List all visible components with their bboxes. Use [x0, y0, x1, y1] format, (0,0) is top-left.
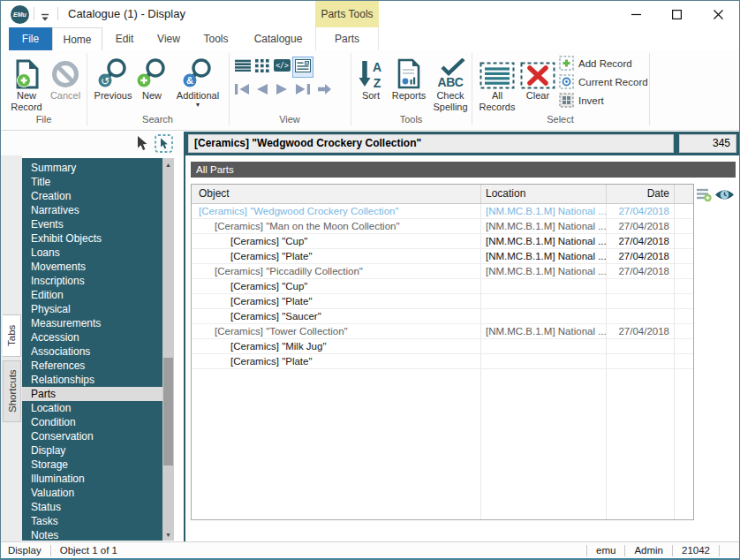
column-header-location[interactable]: Location — [481, 185, 607, 203]
tab-tools[interactable]: Tools — [191, 27, 241, 50]
sidebar-item-associations[interactable]: Associations — [22, 344, 162, 359]
current-record-select-button[interactable]: Current Record — [559, 74, 648, 90]
visibility-eye-icon[interactable] — [714, 188, 735, 205]
goto-record-button[interactable] — [315, 84, 334, 98]
previous-search-button[interactable]: ↺ Previous — [91, 52, 135, 116]
tab-edit[interactable]: Edit — [102, 27, 147, 50]
cell-location — [481, 339, 607, 353]
table-row[interactable]: [Ceramics] "Plate" — [192, 354, 693, 369]
status-user: emu — [587, 545, 624, 556]
sort-button[interactable]: A Z Sort — [354, 52, 388, 116]
new-record-icon — [15, 52, 39, 89]
sidebar-item-storage[interactable]: Storage — [22, 458, 162, 472]
new-record-button[interactable]: New Record — [6, 52, 47, 116]
cancel-icon — [50, 52, 80, 89]
sidebar-item-edition[interactable]: Edition — [22, 288, 162, 302]
reports-button[interactable]: Reports — [388, 52, 430, 116]
clear-button[interactable]: Clear — [520, 52, 555, 116]
sidebar-item-inscriptions[interactable]: Inscriptions — [22, 274, 162, 288]
table-row[interactable]: [Ceramics] "Milk Jug" — [192, 339, 693, 354]
tab-view[interactable]: View — [147, 27, 191, 50]
new-search-button[interactable]: New — [135, 52, 169, 116]
sidebar-item-valuation[interactable]: Valuation — [22, 486, 162, 500]
code-view-button[interactable]: </> — [273, 59, 291, 75]
table-row[interactable]: [Ceramics] "Cup" — [192, 279, 693, 294]
cancel-button[interactable]: Cancel — [47, 52, 84, 116]
quick-access-dropdown-icon[interactable] — [40, 10, 50, 26]
sidebar-item-status[interactable]: Status — [22, 500, 162, 514]
scroll-up-icon[interactable]: ▲ — [162, 158, 174, 170]
table-row[interactable]: [Ceramics] "Tower Collection"[NM.MC.B.1.… — [192, 324, 693, 339]
maximize-button[interactable] — [656, 1, 697, 27]
cell-location: [NM.MC.B.1.M] National ... — [481, 264, 607, 278]
close-button[interactable] — [697, 1, 739, 27]
check-spelling-button[interactable]: ABC Check Spelling — [430, 52, 471, 116]
list-view-button[interactable] — [234, 59, 252, 75]
sidebar-item-exhibit-objects[interactable]: Exhibit Objects — [22, 231, 162, 246]
sidebar-item-relationships[interactable]: Relationships — [22, 373, 162, 387]
column-header-date[interactable]: Date — [607, 185, 675, 203]
table-row[interactable]: [Ceramics] "Man on the Moon Collection"[… — [192, 219, 693, 234]
scroll-down-icon[interactable]: ▼ — [162, 528, 174, 541]
sidebar-item-title[interactable]: Title — [22, 175, 162, 189]
column-header-object[interactable]: Object — [192, 185, 481, 203]
table-row[interactable]: [Ceramics] "Piccadilly Collection"[NM.MC… — [192, 264, 693, 279]
sidebar-item-physical[interactable]: Physical — [22, 302, 162, 316]
sidebar-item-events[interactable]: Events — [22, 217, 162, 231]
sidebar-item-illumination[interactable]: Illumination — [22, 472, 162, 486]
grid-view-button[interactable] — [253, 59, 271, 75]
select-pointer-icon[interactable] — [155, 134, 173, 156]
empty-cell — [481, 369, 607, 519]
sidebar-item-location[interactable]: Location — [22, 401, 162, 415]
side-tab-shortcuts[interactable]: Shortcuts — [3, 360, 21, 422]
cell-filler — [675, 309, 693, 323]
previous-record-button[interactable] — [253, 84, 271, 98]
sidebar-item-notes[interactable]: Notes — [22, 528, 162, 542]
sidebar-item-tasks[interactable]: Tasks — [22, 514, 162, 528]
sidebar-item-movements[interactable]: Movements — [22, 260, 162, 274]
table-row[interactable]: [Ceramics] "Plate" — [192, 294, 693, 309]
additional-dropdown-arrow-icon[interactable]: ▼ — [195, 102, 201, 108]
sidebar-item-measurements[interactable]: Measurements — [22, 316, 162, 330]
sidebar-item-creation[interactable]: Creation — [22, 189, 162, 203]
cell-filler — [675, 294, 693, 308]
sidebar-item-condition[interactable]: Condition — [22, 415, 162, 429]
first-record-button[interactable] — [232, 84, 251, 98]
sidebar-item-accession[interactable]: Accession — [22, 330, 162, 344]
tab-file[interactable]: File — [9, 27, 52, 50]
cell-location: [NM.MC.B.1.M] National ... — [481, 219, 607, 233]
cell-object: [Ceramics] "Cup" — [192, 234, 481, 248]
sidebar-item-loans[interactable]: Loans — [22, 246, 162, 260]
sidebar-item-summary[interactable]: Summary — [22, 161, 162, 175]
details-view-button[interactable] — [292, 57, 313, 78]
sidebar-item-parts[interactable]: Parts — [22, 387, 162, 401]
next-record-button[interactable] — [273, 84, 291, 98]
additional-search-button[interactable]: & Additional ▼ — [170, 52, 225, 116]
invert-selection-icon — [559, 93, 574, 110]
sidebar-item-display[interactable]: Display — [22, 443, 162, 458]
tab-parts[interactable]: Parts — [315, 27, 379, 50]
table-row[interactable]: [Ceramics] "Saucer" — [192, 309, 693, 324]
invert-selection-button[interactable]: Invert — [559, 93, 604, 109]
all-records-button[interactable]: All Records — [476, 52, 518, 116]
insert-row-icon[interactable] — [696, 187, 712, 206]
scrollbar-thumb[interactable] — [163, 358, 173, 465]
sidebar-scrollbar[interactable]: ▲ ▼ — [162, 158, 174, 541]
table-row[interactable]: [Ceramics] "Plate"[NM.MC.B.1.M] National… — [192, 249, 693, 264]
add-record-select-button[interactable]: Add Record — [559, 56, 632, 72]
last-record-button[interactable] — [293, 84, 312, 98]
record-number-field[interactable]: 345 — [679, 134, 736, 153]
tab-catalogue[interactable]: Catalogue — [241, 27, 315, 50]
sidebar-item-references[interactable]: References — [22, 359, 162, 373]
emu-logo-icon[interactable]: EMu — [11, 5, 29, 24]
tab-home[interactable]: Home — [52, 27, 102, 50]
table-row[interactable]: [Ceramics] "Wedgwood Crockery Collection… — [192, 204, 693, 219]
sidebar-item-narratives[interactable]: Narratives — [22, 203, 162, 217]
group-divider — [649, 53, 650, 125]
record-title-field[interactable]: [Ceramics] "Wedgwood Crockery Collection… — [188, 134, 674, 153]
side-tab-tabs[interactable]: Tabs — [3, 314, 21, 357]
sidebar-item-conservation[interactable]: Conservation — [22, 429, 162, 443]
arrow-pointer-icon[interactable] — [135, 135, 147, 155]
minimize-button[interactable] — [615, 1, 656, 27]
table-row[interactable]: [Ceramics] "Cup"[NM.MC.B.1.M] National .… — [192, 234, 693, 249]
